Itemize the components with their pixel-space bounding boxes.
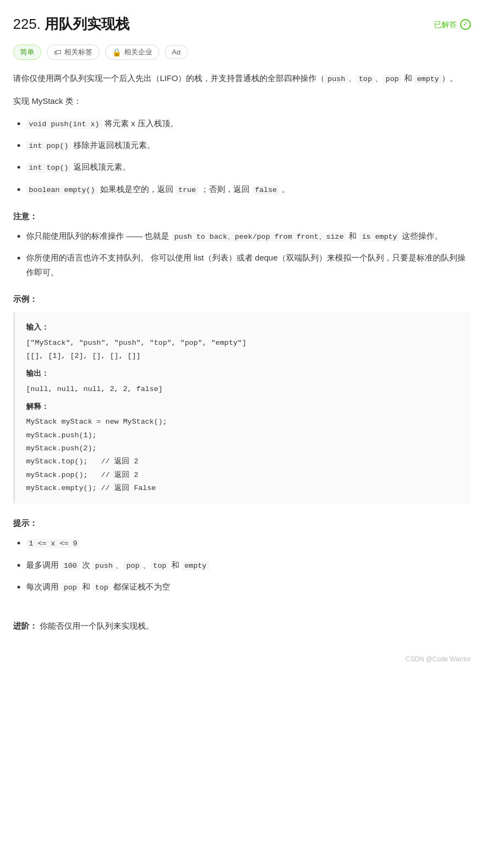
- lock-icon: 🔒: [112, 48, 121, 57]
- hint-2-ops: push: [92, 561, 115, 571]
- impl-label: 实现 MyStack 类：: [13, 94, 471, 108]
- hint-3: 每次调用 pop 和 top 都保证栈不为空: [26, 579, 471, 594]
- title-row: 225. 用队列实现栈 已解答 ✓: [13, 13, 471, 36]
- font-icon: Aα: [172, 48, 181, 56]
- input-label: 输入：: [26, 321, 460, 333]
- method-push-code: void push(int x): [26, 120, 102, 129]
- solved-text: 已解答: [434, 18, 457, 30]
- method-push-desc: 将元素 x 压入栈顶。: [104, 119, 178, 128]
- related-companies-label: 相关企业: [124, 47, 152, 57]
- method-push: void push(int x) 将元素 x 压入栈顶。: [26, 116, 471, 131]
- problem-name: 用队列实现栈: [45, 16, 129, 32]
- hint-2-top: top: [151, 561, 169, 571]
- method-pop-desc: 移除并返回栈顶元素。: [73, 140, 155, 150]
- hint-3-pop: pop: [61, 583, 79, 592]
- output-label: 输出：: [26, 367, 460, 379]
- notes-list: 你只能使用队列的标准操作 —— 也就是 push to back、peek/po…: [13, 228, 471, 280]
- notes-section: 注意： 你只能使用队列的标准操作 —— 也就是 push to back、pee…: [13, 210, 471, 280]
- hints-list: 1 <= x <= 9 最多调用 100 次 push、pop、top 和 em…: [13, 535, 471, 594]
- example-label: 示例：: [13, 293, 471, 306]
- hints-label: 提示：: [13, 517, 471, 530]
- method-empty-desc: 如果栈是空的，返回 true ；否则，返回 false 。: [100, 184, 290, 194]
- is-empty-code: is empty: [359, 232, 400, 241]
- notes-label: 注意：: [13, 210, 471, 223]
- related-companies-btn[interactable]: 🔒 相关企业: [105, 45, 159, 60]
- explain-label: 解释：: [26, 400, 460, 412]
- watermark: CSDN @Code Warrior: [13, 654, 471, 665]
- example-box: 输入： ["MyStack", "push", "push", "top", "…: [13, 312, 471, 504]
- output-line: [null, null, null, 2, 2, false]: [26, 383, 460, 396]
- advanced-desc: 你能否仅用一个队列来实现栈。: [40, 621, 154, 630]
- method-empty: boolean empty() 如果栈是空的，返回 true ；否则，返回 fa…: [26, 182, 471, 197]
- empty-code-inline: empty: [414, 75, 442, 84]
- page-title: 225. 用队列实现栈: [13, 13, 129, 36]
- method-pop-code: int pop(): [26, 141, 71, 151]
- hint-1-code: 1 <= x <= 9: [26, 539, 80, 548]
- problem-number: 225.: [13, 16, 41, 32]
- tags-row: 简单 🏷 相关标签 🔒 相关企业 Aα: [13, 45, 471, 60]
- hint-2: 最多调用 100 次 push、pop、top 和 empty: [26, 557, 471, 573]
- note-2: 你所使用的语言也许不支持队列。 你可以使用 list（列表）或者 deque（双…: [26, 250, 471, 280]
- true-code: true: [176, 185, 198, 195]
- note-1: 你只能使用队列的标准操作 —— 也就是 push to back、peek/po…: [26, 228, 471, 244]
- explain-code: MyStack myStack = new MyStack(); myStack…: [26, 416, 460, 495]
- hint-2-empty: empty: [182, 561, 209, 571]
- method-top-code: int top(): [26, 163, 71, 172]
- advanced-section: 进阶： 你能否仅用一个队列来实现栈。: [13, 614, 471, 633]
- queue-ops-code: push to back、peek/pop from front、size: [172, 232, 347, 241]
- related-tags-label: 相关标签: [64, 47, 92, 57]
- advanced-label: 进阶：: [13, 621, 38, 630]
- hint-2-num: 100: [61, 561, 79, 571]
- intro-text: 请你仅使用两个队列实现一个后入先出（LIFO）的栈，并支持普通栈的全部四种操作（…: [13, 71, 471, 86]
- method-pop: int pop() 移除并返回栈顶元素。: [26, 138, 471, 153]
- related-tags-btn[interactable]: 🏷 相关标签: [47, 45, 100, 60]
- hint-3-top: top: [92, 583, 111, 592]
- font-btn[interactable]: Aα: [165, 45, 188, 59]
- input-line2: [[], [1], [2], [], [], []]: [26, 350, 460, 363]
- method-top: int top() 返回栈顶元素。: [26, 159, 471, 175]
- hint-2-pop: pop: [123, 561, 142, 571]
- tag-icon: 🏷: [54, 48, 61, 57]
- input-line1: ["MyStack", "push", "push", "top", "pop"…: [26, 337, 460, 350]
- pop-code-inline: pop: [383, 75, 401, 84]
- hints-section: 提示： 1 <= x <= 9 最多调用 100 次 push、pop、top …: [13, 517, 471, 594]
- advanced-text: 进阶： 你能否仅用一个队列来实现栈。: [13, 619, 471, 633]
- false-code: false: [252, 185, 280, 195]
- methods-list: void push(int x) 将元素 x 压入栈顶。 int pop() 移…: [13, 116, 471, 197]
- check-circle-icon: ✓: [460, 19, 471, 30]
- top-code-inline: top: [356, 75, 375, 84]
- push-code: push: [325, 75, 348, 84]
- example-section: 示例： 输入： ["MyStack", "push", "push", "top…: [13, 293, 471, 504]
- difficulty-tag[interactable]: 简单: [13, 45, 41, 60]
- hint-1: 1 <= x <= 9: [26, 535, 471, 550]
- method-empty-code: boolean empty(): [26, 185, 98, 195]
- solved-badge: 已解答 ✓: [434, 18, 471, 30]
- method-top-desc: 返回栈顶元素。: [73, 162, 131, 171]
